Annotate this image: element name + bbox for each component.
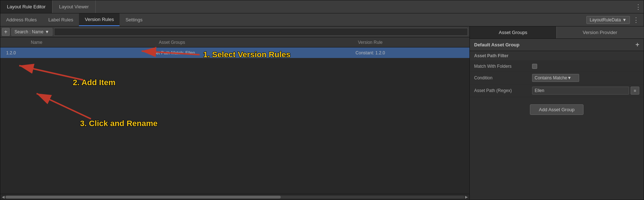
col-header-version-rule: Version Rule	[271, 40, 470, 45]
right-tab-asset-groups[interactable]: Asset Groups	[470, 26, 557, 38]
col-header-name: Name	[0, 40, 73, 45]
table-body: 1.2.0 Asset Path Match: Ellen Constant: …	[0, 47, 469, 194]
right-panel-content: Default Asset Group + Asset Path Filter …	[470, 39, 644, 200]
asset-path-regex-row: Asset Path (Regex) ≡	[470, 84, 644, 97]
right-panel: Asset Groups Version Provider Default As…	[470, 26, 644, 200]
asset-path-regex-input[interactable]	[532, 87, 629, 95]
nav-bar-right: LayoutRuleData ▼ ⋮	[586, 13, 644, 26]
title-bar-menu-icon[interactable]: ⋮	[633, 0, 644, 13]
cell-name: 1.2.0	[0, 50, 73, 55]
search-input[interactable]	[57, 29, 465, 34]
nav-tab-settings[interactable]: Settings	[120, 13, 148, 26]
match-with-folders-label: Match With Folders	[474, 64, 532, 69]
scrollbar-thumb[interactable]	[5, 196, 281, 199]
asset-path-regex-label: Asset Path (Regex)	[474, 88, 532, 93]
match-with-folders-value	[532, 64, 639, 69]
nav-tab-address-rules[interactable]: Address Rules	[0, 13, 43, 26]
asset-path-filter-label: Asset Path Filter	[470, 51, 644, 61]
search-filter-button[interactable]: Search : Name ▼	[11, 28, 53, 36]
nav-tab-version-rules[interactable]: Version Rules	[79, 13, 120, 26]
right-tab-bar: Asset Groups Version Provider	[470, 26, 644, 39]
nav-bar: Address Rules Label Rules Version Rules …	[0, 13, 644, 26]
layout-rule-data-dropdown[interactable]: LayoutRuleData ▼	[586, 16, 630, 24]
main-content: + Search : Name ▼ Name	[0, 26, 644, 200]
scroll-left-arrow[interactable]: ◀	[1, 195, 5, 199]
table-row[interactable]: 1.2.0 Asset Path Match: Ellen Constant: …	[0, 47, 469, 58]
tab-layout-viewer[interactable]: Layout Viewer	[53, 0, 96, 13]
section-header-default-asset-group: Default Asset Group +	[470, 39, 644, 51]
left-panel: + Search : Name ▼ Name	[0, 26, 470, 200]
scrollbar-track[interactable]	[5, 196, 464, 199]
asset-path-list-button[interactable]: ≡	[631, 87, 639, 95]
search-input-wrap	[54, 28, 468, 36]
title-tab-label: Layout Viewer	[59, 4, 89, 9]
condition-label: Condition	[474, 75, 532, 80]
nav-bar-menu-icon[interactable]: ⋮	[631, 16, 641, 24]
tab-layout-rule-editor[interactable]: Layout Rule Editor	[0, 0, 53, 13]
condition-dropdown[interactable]: Contains Matche▼	[532, 74, 579, 82]
title-bar: Layout Rule Editor Layout Viewer ⋮	[0, 0, 644, 13]
col-header-asset-groups: Asset Groups	[73, 40, 271, 45]
cell-asset-groups: Asset Path Match: Ellen	[73, 50, 271, 55]
add-default-asset-group-button[interactable]: +	[635, 41, 639, 49]
add-asset-group-area: Add Asset Group	[470, 100, 644, 119]
scroll-right-arrow[interactable]: ▶	[464, 195, 469, 199]
condition-row: Condition Contains Matche▼	[470, 72, 644, 84]
section-header-label: Default Asset Group	[474, 42, 519, 47]
condition-value: Contains Matche▼	[532, 74, 639, 82]
match-with-folders-checkbox[interactable]	[532, 64, 537, 69]
match-with-folders-row: Match With Folders	[470, 61, 644, 72]
table-header: Name Asset Groups Version Rule	[0, 37, 469, 47]
toolbar: + Search : Name ▼	[0, 26, 469, 37]
cell-version-rule: Constant: 1.2.0	[271, 50, 470, 55]
asset-path-regex-field-group: ≡	[532, 87, 639, 95]
horizontal-scrollbar[interactable]: ◀ ▶	[0, 194, 469, 200]
asset-path-regex-value: ≡	[532, 87, 639, 95]
add-item-button[interactable]: +	[2, 28, 10, 36]
nav-tab-label-rules[interactable]: Label Rules	[43, 13, 79, 26]
right-tab-version-provider[interactable]: Version Provider	[557, 26, 644, 38]
title-tab-label: Layout Rule Editor	[7, 4, 46, 9]
add-asset-group-button[interactable]: Add Asset Group	[530, 104, 584, 115]
